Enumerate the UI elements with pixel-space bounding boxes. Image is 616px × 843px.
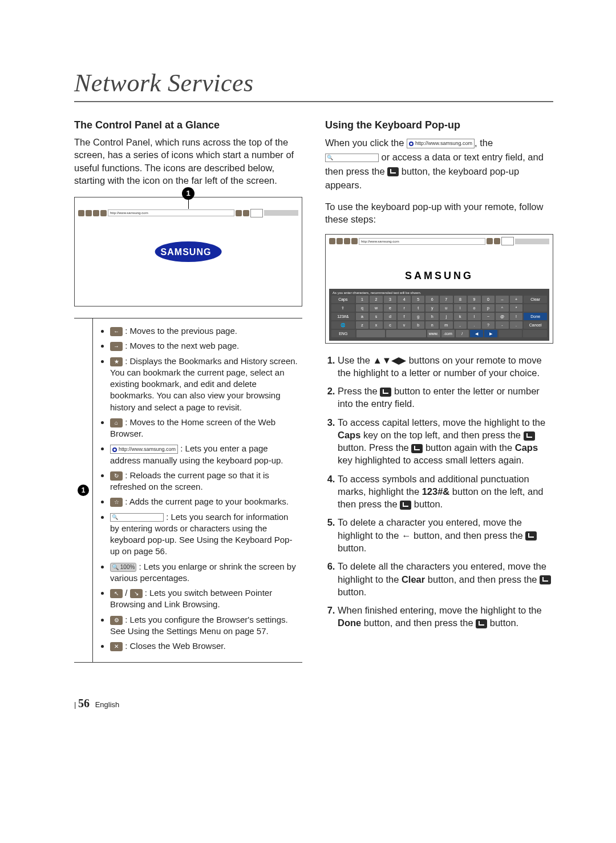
section-heading-control-panel: The Control Panel at a Glance (74, 119, 302, 131)
item-close: ✕ : Closes the Web Browser. (110, 640, 298, 652)
browser-toolbar-mini: http://www.samsung.com (78, 209, 298, 217)
keyboard-intro-1: When you click the http://www.samsung.co… (325, 136, 553, 192)
enter-button-icon (411, 444, 423, 453)
home-icon (100, 210, 107, 216)
kbd-row-5: ENG www. .com / ◀ ▶ (331, 330, 547, 337)
table-num-cell: 1 (74, 318, 93, 662)
enter-button-icon (525, 531, 537, 541)
search-field-icon: 🔍 (110, 513, 164, 522)
toolbar-right-group (515, 239, 549, 244)
keyboard-intro-2: To use the keyboard pop-up with your rem… (325, 200, 553, 226)
callout-number-circle: 1 (182, 187, 194, 200)
table-num-circle: 1 (78, 485, 89, 496)
back-icon: ← (110, 327, 123, 336)
url-bar: http://www.samsung.com (359, 238, 485, 245)
forward-icon (86, 210, 92, 216)
keyboard-hint-text: As you enter characters, recommended tex… (331, 291, 547, 295)
key-lang: ENG (331, 330, 355, 337)
add-bookmark-icon: ☆ (110, 498, 123, 507)
reload-icon: ↻ (110, 471, 123, 481)
back-icon (329, 238, 335, 244)
browser-screenshot-figure: 1 http://www.samsung.com SAMSUNG (74, 197, 302, 306)
add-bookmark-icon (494, 238, 500, 244)
add-bookmark-icon (243, 210, 249, 216)
pointer-mode-icon: ↖ (110, 589, 123, 598)
keyboard-screenshot-figure: http://www.samsung.com SAMSUNG As you en… (325, 234, 553, 344)
section-heading-keyboard: Using the Keyboard Pop-up (325, 119, 553, 131)
enter-button-icon (476, 619, 487, 628)
star-history-icon: ★ (110, 357, 123, 366)
link-mode-icon: ↘ (130, 589, 143, 598)
forward-icon (337, 238, 343, 244)
step-3: To access capital letters, move the high… (338, 416, 553, 467)
key-right: ▶ (484, 330, 497, 337)
step-4: To access symbols and additional punctua… (338, 473, 553, 511)
left-column: The Control Panel at a Glance The Contro… (74, 119, 302, 663)
key-shift: ⇧ (331, 304, 355, 312)
kbd-row-4: 🌐 zxcvbnm,.?-. Cancel (331, 321, 547, 329)
gear-icon: ⚙ (110, 616, 123, 625)
chapter-title: Network Services (74, 68, 553, 102)
key-done: Done (524, 313, 547, 320)
zoom-icon: 🔍 100% (110, 563, 136, 572)
home-icon: ⌂ (110, 418, 123, 427)
right-column: Using the Keyboard Pop-up When you click… (325, 119, 553, 663)
item-add-bookmark: ☆ : Adds the current page to your bookma… (110, 496, 298, 507)
keyboard-steps: Use the ▲▼◀▶ buttons on your remote to m… (325, 354, 553, 630)
item-url-entry: http://www.samsung.com : Lets you enter … (110, 443, 298, 466)
control-panel-list: ← : Moves to the previous page. → : Move… (93, 318, 302, 662)
step-6: To delete all the characters you entered… (338, 560, 553, 598)
enter-button-icon (380, 388, 391, 397)
samsung-logo: SAMSUNG (155, 241, 222, 262)
key-caps: Caps (331, 296, 355, 303)
browser-toolbar-mini: http://www.samsung.com (329, 237, 549, 245)
url-field-icon: http://www.samsung.com (110, 445, 178, 454)
back-icon (78, 210, 84, 216)
samsung-wordmark: SAMSUNG (326, 270, 553, 282)
step-2: Press the button to enter the letter or … (338, 385, 553, 410)
search-field-mini (501, 237, 514, 245)
key-symbols: 123#& (331, 313, 355, 320)
step-1: Use the ▲▼◀▶ buttons on your remote to m… (338, 354, 553, 380)
item-home: ⌂ : Moves to the Home screen of the Web … (110, 417, 298, 440)
item-back: ← : Moves to the previous page. (110, 325, 298, 337)
close-icon: ✕ (110, 642, 123, 651)
enter-button-icon (387, 167, 399, 176)
kbd-row-3: 123#& asdfghjkl~@! Done (331, 313, 547, 320)
item-search: 🔍 : Lets you search for information by e… (110, 511, 298, 558)
key-cancel: Cancel (524, 321, 547, 329)
item-forward: → : Moves to the next web page. (110, 340, 298, 352)
key-clear: Clear (524, 296, 547, 303)
toolbar-right-group (264, 210, 298, 216)
kbd-row-2: ⇧ qwertyuiop^* (331, 304, 547, 312)
enter-button-icon (540, 575, 551, 584)
item-settings: ⚙ : Lets you configure the Browser's set… (110, 614, 298, 638)
key-left: ◀ (470, 330, 483, 337)
key-globe: 🌐 (331, 321, 355, 329)
url-bar: http://www.samsung.com (108, 209, 234, 216)
enter-button-icon (400, 501, 411, 510)
search-field-mini (250, 209, 263, 217)
item-bookmarks: ★ : Displays the Bookmarks and History s… (110, 356, 298, 413)
forward-icon: → (110, 342, 123, 351)
reload-icon (236, 210, 242, 216)
kbd-row-1: Caps 1234567890–+ Clear (331, 296, 547, 303)
item-reload: ↻ : Reloads the current page so that it … (110, 470, 298, 493)
footer-language: English (95, 700, 120, 709)
search-field-icon: 🔍 (325, 154, 379, 162)
bookmarks-icon (344, 238, 350, 244)
url-field-icon: http://www.samsung.com (407, 139, 475, 149)
two-column-layout: The Control Panel at a Glance The Contro… (74, 119, 553, 663)
control-panel-table: 1 ← : Moves to the previous page. → : Mo… (74, 318, 302, 663)
home-icon (351, 238, 358, 244)
key-space (386, 330, 425, 337)
onscreen-keyboard: As you enter characters, recommended tex… (329, 289, 549, 341)
step-5: To delete a character you entered, move … (338, 516, 553, 554)
footer-bar: | (74, 700, 76, 709)
reload-icon (487, 238, 493, 244)
bookmarks-icon (93, 210, 99, 216)
step-7: When finished entering, move the highlig… (338, 604, 553, 630)
item-zoom: 🔍 100% : Lets you enlarge or shrink the … (110, 561, 298, 584)
enter-button-icon (524, 431, 535, 441)
page-number: 56 (78, 697, 90, 709)
